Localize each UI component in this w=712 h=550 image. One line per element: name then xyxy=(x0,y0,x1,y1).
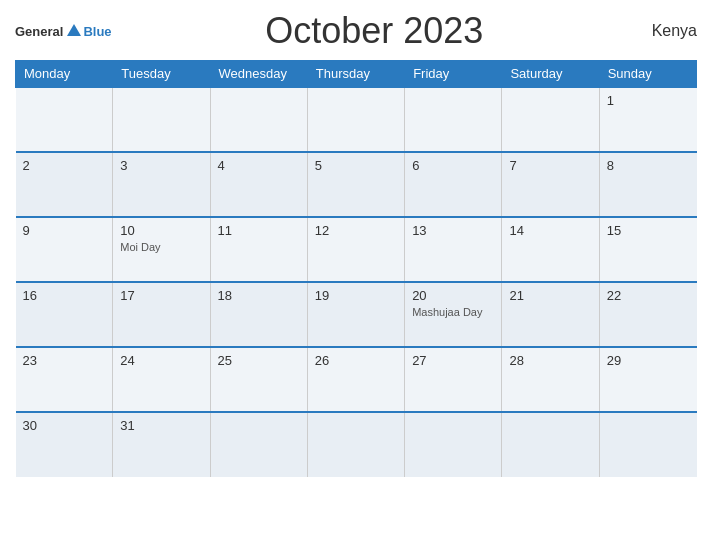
col-friday: Friday xyxy=(405,61,502,88)
calendar-week-row: 2345678 xyxy=(16,152,697,217)
calendar-cell: 9 xyxy=(16,217,113,282)
calendar-cell xyxy=(599,412,696,477)
day-number: 6 xyxy=(412,158,494,173)
calendar-cell: 31 xyxy=(113,412,210,477)
day-number: 28 xyxy=(509,353,591,368)
calendar-cell xyxy=(307,412,404,477)
day-number: 18 xyxy=(218,288,300,303)
day-number: 30 xyxy=(23,418,106,433)
holiday-label: Moi Day xyxy=(120,241,202,253)
day-number: 16 xyxy=(23,288,106,303)
day-number: 22 xyxy=(607,288,690,303)
calendar-week-row: 3031 xyxy=(16,412,697,477)
day-number: 26 xyxy=(315,353,397,368)
day-number: 9 xyxy=(23,223,106,238)
calendar-cell: 11 xyxy=(210,217,307,282)
day-number: 4 xyxy=(218,158,300,173)
calendar-cell: 10Moi Day xyxy=(113,217,210,282)
calendar-cell: 29 xyxy=(599,347,696,412)
calendar-cell: 28 xyxy=(502,347,599,412)
calendar-header: Monday Tuesday Wednesday Thursday Friday… xyxy=(16,61,697,88)
logo-blue: Blue xyxy=(83,24,111,39)
calendar-week-row: 1617181920Mashujaa Day2122 xyxy=(16,282,697,347)
calendar-week-row: 1 xyxy=(16,87,697,152)
day-number: 27 xyxy=(412,353,494,368)
day-number: 10 xyxy=(120,223,202,238)
calendar-cell: 16 xyxy=(16,282,113,347)
logo: General Blue xyxy=(15,24,112,39)
calendar-title: October 2023 xyxy=(112,10,637,52)
calendar-cell: 4 xyxy=(210,152,307,217)
calendar-cell: 1 xyxy=(599,87,696,152)
col-tuesday: Tuesday xyxy=(113,61,210,88)
calendar-cell: 30 xyxy=(16,412,113,477)
calendar-cell xyxy=(113,87,210,152)
calendar-cell: 15 xyxy=(599,217,696,282)
calendar-cell: 25 xyxy=(210,347,307,412)
day-number: 7 xyxy=(509,158,591,173)
calendar-cell: 21 xyxy=(502,282,599,347)
calendar-cell: 5 xyxy=(307,152,404,217)
calendar-cell: 26 xyxy=(307,347,404,412)
day-number: 13 xyxy=(412,223,494,238)
col-wednesday: Wednesday xyxy=(210,61,307,88)
col-thursday: Thursday xyxy=(307,61,404,88)
day-number: 8 xyxy=(607,158,690,173)
day-number: 24 xyxy=(120,353,202,368)
calendar-cell: 8 xyxy=(599,152,696,217)
day-number: 17 xyxy=(120,288,202,303)
calendar-cell xyxy=(405,412,502,477)
day-number: 25 xyxy=(218,353,300,368)
calendar-week-row: 23242526272829 xyxy=(16,347,697,412)
calendar-cell: 3 xyxy=(113,152,210,217)
calendar-cell: 6 xyxy=(405,152,502,217)
col-monday: Monday xyxy=(16,61,113,88)
calendar-cell: 12 xyxy=(307,217,404,282)
day-number: 23 xyxy=(23,353,106,368)
country-label: Kenya xyxy=(637,22,697,40)
calendar-cell: 27 xyxy=(405,347,502,412)
header: General Blue October 2023 Kenya xyxy=(15,10,697,52)
calendar-cell: 18 xyxy=(210,282,307,347)
day-number: 12 xyxy=(315,223,397,238)
calendar-cell: 13 xyxy=(405,217,502,282)
day-number: 14 xyxy=(509,223,591,238)
day-number: 1 xyxy=(607,93,690,108)
day-number: 29 xyxy=(607,353,690,368)
day-number: 21 xyxy=(509,288,591,303)
col-sunday: Sunday xyxy=(599,61,696,88)
day-number: 3 xyxy=(120,158,202,173)
logo-general: General xyxy=(15,24,63,39)
calendar-cell xyxy=(307,87,404,152)
calendar-cell: 7 xyxy=(502,152,599,217)
calendar-page: General Blue October 2023 Kenya Monday T… xyxy=(0,0,712,550)
calendar-cell xyxy=(210,412,307,477)
day-number: 2 xyxy=(23,158,106,173)
calendar-cell xyxy=(210,87,307,152)
calendar-body: 12345678910Moi Day11121314151617181920Ma… xyxy=(16,87,697,477)
calendar-week-row: 910Moi Day1112131415 xyxy=(16,217,697,282)
calendar-cell: 2 xyxy=(16,152,113,217)
day-number: 11 xyxy=(218,223,300,238)
calendar-cell xyxy=(502,87,599,152)
calendar-cell: 19 xyxy=(307,282,404,347)
calendar-cell: 14 xyxy=(502,217,599,282)
col-saturday: Saturday xyxy=(502,61,599,88)
calendar-cell: 22 xyxy=(599,282,696,347)
calendar-cell: 23 xyxy=(16,347,113,412)
calendar-cell: 17 xyxy=(113,282,210,347)
day-number: 20 xyxy=(412,288,494,303)
calendar-cell xyxy=(405,87,502,152)
calendar-cell xyxy=(16,87,113,152)
weekday-header-row: Monday Tuesday Wednesday Thursday Friday… xyxy=(16,61,697,88)
calendar-cell: 20Mashujaa Day xyxy=(405,282,502,347)
calendar-cell: 24 xyxy=(113,347,210,412)
day-number: 31 xyxy=(120,418,202,433)
holiday-label: Mashujaa Day xyxy=(412,306,494,318)
day-number: 15 xyxy=(607,223,690,238)
day-number: 19 xyxy=(315,288,397,303)
calendar-table: Monday Tuesday Wednesday Thursday Friday… xyxy=(15,60,697,477)
calendar-cell xyxy=(502,412,599,477)
logo-triangle-icon xyxy=(67,24,81,36)
day-number: 5 xyxy=(315,158,397,173)
